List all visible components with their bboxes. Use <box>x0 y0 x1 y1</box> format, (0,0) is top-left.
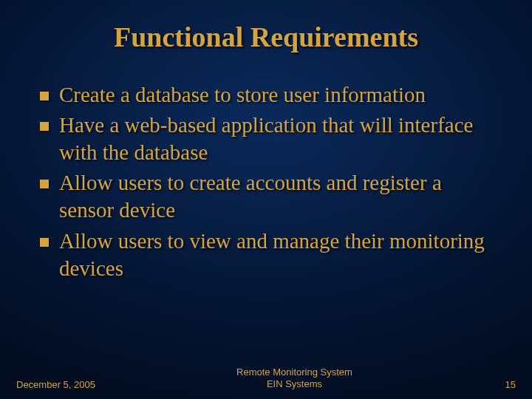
slide: Functional Requirements Create a databas… <box>0 0 532 399</box>
list-item: Create a database to store user informat… <box>40 81 497 109</box>
list-item: Allow users to view and manage their mon… <box>40 228 497 282</box>
footer-center: Remote Monitoring System EIN Systems <box>95 366 494 391</box>
bullet-list: Create a database to store user informat… <box>40 81 497 282</box>
footer-page-number: 15 <box>494 379 516 390</box>
bullet-icon <box>40 122 49 131</box>
list-item: Allow users to create accounts and regis… <box>40 169 497 224</box>
footer-center-line2: EIN Systems <box>95 378 494 390</box>
bullet-text: Have a web-based application that will i… <box>59 112 497 166</box>
bullet-icon <box>40 238 49 247</box>
footer-center-line1: Remote Monitoring System <box>95 366 494 378</box>
footer: December 5, 2005 Remote Monitoring Syste… <box>0 366 532 391</box>
bullet-text: Allow users to view and manage their mon… <box>59 228 497 282</box>
list-item: Have a web-based application that will i… <box>40 112 497 166</box>
bullet-icon <box>40 92 49 100</box>
footer-date: December 5, 2005 <box>16 379 95 390</box>
bullet-text: Create a database to store user informat… <box>59 81 426 109</box>
bullet-icon <box>40 180 49 188</box>
slide-title: Functional Requirements <box>0 0 532 53</box>
bullet-text: Allow users to create accounts and regis… <box>59 169 497 224</box>
